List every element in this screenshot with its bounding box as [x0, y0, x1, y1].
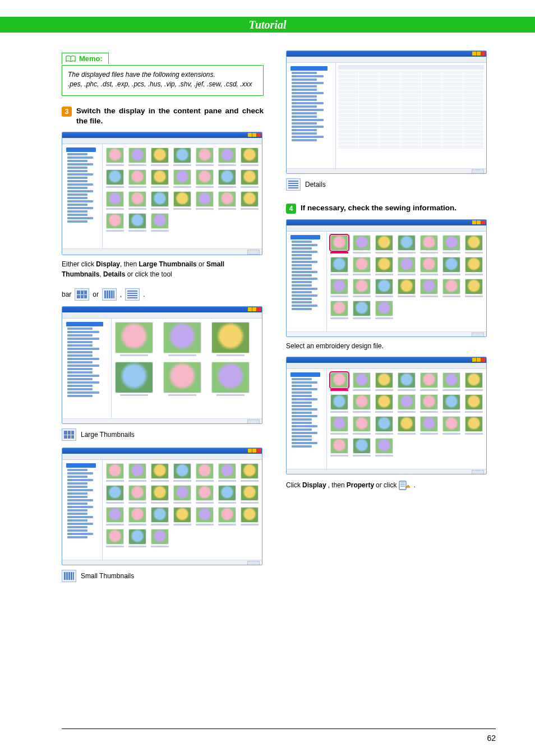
memo-line-1: The displayed files have the following e…: [68, 70, 257, 80]
content-columns: Memo: The displayed files have the follo…: [62, 50, 490, 589]
screenshot-toolbar: [62, 138, 262, 144]
text-fragment: or: [197, 260, 206, 268]
screenshot-window-controls: [248, 449, 261, 453]
screenshot-folder-tree: [62, 319, 112, 418]
right-column: Details 4 If necessary, check the sewing…: [286, 50, 488, 589]
large-thumbnails-icon[interactable]: [75, 288, 89, 301]
screenshot-toolbar: [287, 363, 486, 369]
screenshot-body: [62, 144, 262, 248]
large-thumbnails-icon[interactable]: [62, 428, 76, 441]
details-view-icon[interactable]: [286, 178, 301, 191]
screenshot-titlebar: [287, 51, 486, 57]
large-thumbs-label-row: Large Thumbnails: [62, 428, 264, 441]
screenshot-folder-tree: [287, 369, 327, 469]
screenshot-folder-tree: [287, 232, 327, 331]
screenshot-statusbar: [287, 469, 486, 474]
bar-word: bar: [62, 291, 71, 298]
screenshot-statusbar: [287, 331, 486, 337]
screenshot-body: [62, 319, 262, 418]
screenshot-toolbar: [287, 225, 486, 232]
memo-title: Memo:: [79, 54, 103, 63]
screenshot-statusbar: [62, 560, 262, 565]
step-3: 3 Switch the display in the content pane…: [62, 106, 264, 126]
screenshot-window-controls: [472, 52, 485, 56]
small-thumbnails-icon[interactable]: [102, 288, 117, 301]
screenshot-small-thumbs: [62, 448, 262, 565]
details-view-icon[interactable]: [125, 288, 140, 301]
screenshot-folder-tree: [62, 144, 103, 248]
screenshot-window-controls: [472, 220, 485, 224]
either-click-paragraph: Either click Display, then Large Thumbna…: [62, 260, 264, 279]
screenshot-titlebar: [62, 448, 262, 454]
screenshot-body: [287, 63, 486, 168]
screenshot-content-pane: [62, 132, 262, 255]
svg-rect-0: [399, 481, 406, 490]
memo-tab: Memo:: [62, 53, 109, 64]
text-fragment: , then: [328, 481, 345, 490]
screenshot-window-controls: [472, 358, 485, 362]
screenshot-window-controls: [248, 133, 261, 137]
details-word: Details: [103, 270, 125, 278]
screenshot-folder-tree: [287, 63, 336, 168]
memo-line-2: .pes, .phc, .dst, .exp, .pcs, .hus, .vip…: [68, 80, 257, 89]
screenshot-body: [62, 460, 262, 560]
screenshot-titlebar: [62, 307, 262, 312]
screenshot-thumb-grid: [103, 460, 262, 560]
click-display-property-line: Click Display , then Property or click .: [286, 479, 488, 491]
display-word: Display: [302, 481, 326, 490]
property-icon[interactable]: [398, 479, 412, 491]
step-number-4: 4: [286, 204, 296, 214]
large-thumbnails-word: Large Thumbnails: [139, 260, 196, 268]
screenshot-details-list: [336, 63, 486, 168]
small-thumbs-label-row: Small Thumbnails: [62, 570, 264, 582]
text-fragment: Either click: [62, 260, 96, 268]
large-thumbnails-label: Large Thumbnails: [81, 431, 135, 439]
text-fragment: or click: [376, 481, 396, 490]
screenshot-large-thumbs: [62, 306, 262, 424]
period-char: .: [143, 291, 145, 298]
screenshot-toolbar: [287, 57, 486, 63]
left-column: Memo: The displayed files have the follo…: [62, 50, 264, 589]
small-thumbnails-label: Small Thumbnails: [81, 572, 134, 580]
screenshot-thumb-grid: [327, 369, 486, 469]
text-fragment: or click the tool: [125, 270, 172, 278]
screenshot-body: [287, 369, 486, 469]
step-4-text: If necessary, check the sewing informati…: [301, 203, 456, 214]
screenshot-toolbar: [62, 454, 262, 460]
toolbar-icons-row: bar or , .: [62, 288, 264, 301]
text-fragment: , then: [120, 260, 139, 268]
screenshot-thumb-grid: [327, 232, 486, 331]
screenshot-window-controls: [248, 307, 261, 311]
select-design-text: Select an embroidery design file.: [286, 342, 488, 351]
step-3-text: Switch the display in the content pane a…: [76, 106, 264, 126]
step-number-3: 3: [62, 107, 72, 117]
screenshot-select-design: [286, 357, 487, 474]
screenshot-thumb-grid: [103, 144, 262, 248]
or-word: or: [93, 291, 99, 298]
page-title: Tutorial: [248, 19, 286, 31]
screenshot-statusbar: [62, 418, 262, 424]
screenshot-titlebar: [287, 357, 486, 363]
screenshot-details-view: [286, 50, 487, 174]
step-4: 4 If necessary, check the sewing informa…: [286, 203, 488, 214]
comma-char: ,: [120, 291, 122, 298]
details-label-row: Details: [286, 178, 488, 191]
screenshot-body: [287, 232, 486, 331]
text-fragment: .: [413, 481, 415, 490]
screenshot-statusbar: [287, 168, 486, 174]
page: Tutorial Memo: The displayed files have …: [0, 0, 535, 756]
screenshot-sewing-info: [286, 219, 487, 337]
book-icon: [66, 55, 76, 63]
display-word: Display: [96, 260, 120, 268]
page-number: 62: [487, 734, 496, 743]
footer-rule: [62, 729, 496, 729]
small-thumbnails-icon[interactable]: [62, 570, 76, 582]
details-label: Details: [305, 181, 326, 188]
screenshot-thumb-grid: [112, 319, 262, 418]
memo-block: Memo: The displayed files have the follo…: [62, 65, 264, 96]
screenshot-titlebar: [287, 220, 486, 225]
screenshot-toolbar: [62, 312, 262, 319]
text-fragment: ,: [99, 270, 103, 278]
screenshot-titlebar: [62, 132, 262, 138]
text-fragment: Click: [286, 481, 301, 490]
